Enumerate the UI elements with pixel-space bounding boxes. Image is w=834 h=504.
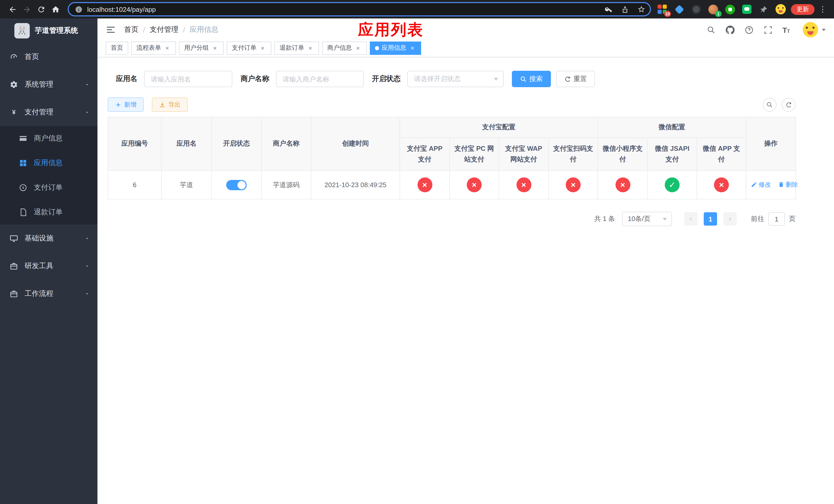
sidebar-item-home[interactable]: 首页 <box>0 43 97 71</box>
address-bar[interactable]: localhost:1024/pay/app <box>68 2 651 17</box>
reset-button[interactable]: 重置 <box>556 71 595 87</box>
sidebar-item-label: 工作流程 <box>25 289 53 298</box>
close-icon[interactable]: × <box>307 44 314 51</box>
cell-created: 2021-10-23 08:49:25 <box>311 170 400 199</box>
close-icon[interactable]: × <box>163 44 171 51</box>
column-header-alipay-wap: 支付宝 WAP 网站支付 <box>499 138 549 170</box>
tab-refund-orders[interactable]: 退款订单× <box>275 41 319 54</box>
extension-dark-icon[interactable] <box>690 3 702 15</box>
user-avatar[interactable] <box>803 22 826 38</box>
site-info-icon[interactable] <box>75 5 83 13</box>
page-size-value: 10条/页 <box>628 214 650 224</box>
tab-label: 支付订单 <box>232 44 257 52</box>
help-icon[interactable] <box>745 25 754 35</box>
column-header-merchant: 商户名称 <box>261 117 311 170</box>
tab-user-group[interactable]: 用户分组× <box>179 41 224 54</box>
extension-pin-icon[interactable] <box>758 3 770 15</box>
sidebar-item-merchant-info[interactable]: 商户信息 <box>0 126 97 151</box>
page-number-current[interactable]: 1 <box>704 212 717 226</box>
sidebar-item-refund-orders[interactable]: 退款订单 <box>0 200 97 225</box>
close-icon[interactable]: × <box>211 44 219 51</box>
cell-app-name: 芋道 <box>161 170 212 199</box>
url-text[interactable]: localhost:1024/pay/app <box>87 5 156 13</box>
workflow-icon <box>10 290 18 298</box>
search-icon[interactable] <box>706 25 716 35</box>
browser-reload-button[interactable] <box>34 2 48 17</box>
goto-page-input[interactable] <box>768 212 785 226</box>
browser-forward-button[interactable] <box>20 2 34 17</box>
extension-wechat-square-icon[interactable] <box>741 3 753 15</box>
close-icon[interactable]: × <box>409 44 416 51</box>
sidebar-item-label: 系统管理 <box>25 80 53 89</box>
status-select[interactable]: 请选择开启状态 <box>407 71 504 87</box>
pagination: 共 1 条 10条/页 1 前往 页 <box>108 212 795 226</box>
browser-back-button[interactable] <box>5 2 20 17</box>
breadcrumb-item[interactable]: 支付管理 <box>150 25 178 35</box>
yen-icon: ¥ <box>10 108 18 116</box>
page-size-select[interactable]: 10条/页 <box>622 212 672 226</box>
select-placeholder: 请选择开启状态 <box>414 74 461 84</box>
sidebar-toggle-icon[interactable] <box>106 25 116 35</box>
tab-merchant-info[interactable]: 商户信息× <box>322 41 367 54</box>
breadcrumb-item[interactable]: 首页 <box>124 25 138 35</box>
sidebar-item-app-info[interactable]: 应用信息 <box>0 151 97 175</box>
sidebar-logo[interactable]: 🐰 芋道管理系统 <box>0 19 97 43</box>
group-header-wechat: 微信配置 <box>598 117 746 138</box>
avatar-image <box>803 22 818 38</box>
extension-wechat-round-icon[interactable] <box>724 3 736 15</box>
tab-home[interactable]: 首页 <box>106 41 128 54</box>
fullscreen-icon[interactable] <box>764 25 773 35</box>
breadcrumb-separator: / <box>143 26 145 34</box>
tab-process-form[interactable]: 流程表单× <box>131 41 176 54</box>
merchant-name-label: 商户名称 <box>241 74 269 84</box>
tab-label: 用户分组 <box>184 44 209 52</box>
toggle-search-icon[interactable] <box>763 98 776 112</box>
sidebar-item-payment-orders[interactable]: ¥ 支付订单 <box>0 175 97 200</box>
bookmark-star-icon[interactable] <box>635 3 648 16</box>
merchant-name-input[interactable] <box>276 71 364 87</box>
prev-page-button[interactable] <box>684 212 698 226</box>
refresh-icon[interactable] <box>782 98 795 112</box>
active-dot <box>375 46 379 50</box>
column-header-wx-app: 微信 APP 支付 <box>697 138 746 170</box>
status-toggle[interactable] <box>226 180 247 190</box>
close-icon[interactable]: × <box>354 44 361 51</box>
tab-payment-orders[interactable]: 支付订单× <box>227 41 271 54</box>
close-icon[interactable]: × <box>259 44 266 51</box>
sidebar-item-payment[interactable]: ¥ 支付管理 <box>0 98 97 126</box>
app-name-input[interactable] <box>144 71 232 87</box>
password-key-icon[interactable] <box>602 3 615 16</box>
extension-grid-icon[interactable]: 10 <box>656 3 668 15</box>
cell-status <box>212 170 261 199</box>
extension-blue-icon[interactable] <box>673 3 685 15</box>
delete-button[interactable]: 删除 <box>778 181 798 189</box>
chevron-down-icon <box>663 218 667 221</box>
browser-menu-icon[interactable]: ⋮ <box>816 5 829 14</box>
column-header-alipay-qr: 支付宝扫码支付 <box>549 138 598 170</box>
next-page-button[interactable] <box>723 212 737 226</box>
github-icon[interactable] <box>725 25 735 35</box>
edit-button[interactable]: 修改 <box>751 181 771 189</box>
alipay-app-status-icon: × <box>417 177 432 192</box>
dashboard-icon <box>10 53 18 61</box>
browser-update-button[interactable]: 更新 <box>791 4 814 15</box>
sidebar-item-system[interactable]: 系统管理 <box>0 71 97 98</box>
browser-home-button[interactable] <box>48 2 63 17</box>
sidebar-item-workflow[interactable]: 工作流程 <box>0 280 97 307</box>
extension-emoji-icon[interactable] <box>774 3 787 15</box>
extension-avatar-icon[interactable]: 1 <box>707 3 719 15</box>
export-button[interactable]: 导出 <box>152 97 188 112</box>
add-button[interactable]: 新增 <box>108 97 144 112</box>
extensions-area: 10 1 <box>656 3 787 15</box>
search-button[interactable]: 搜索 <box>512 71 551 87</box>
tab-app-info-active[interactable]: 应用信息× <box>370 41 421 54</box>
monitor-icon <box>10 234 18 243</box>
tab-label: 退款订单 <box>280 44 304 52</box>
wx-mini-status-icon: × <box>615 177 630 192</box>
column-header-app-name: 应用名 <box>161 117 212 170</box>
sidebar-item-infrastructure[interactable]: 基础设施 <box>0 225 97 252</box>
sidebar-item-dev-tools[interactable]: 研发工具 <box>0 252 97 280</box>
share-icon[interactable] <box>618 3 631 16</box>
apps-table: 应用编号 应用名 开启状态 商户名称 创建时间 支付宝配置 微信配置 操作 支付… <box>108 117 796 200</box>
font-size-icon[interactable]: TT <box>783 26 790 33</box>
